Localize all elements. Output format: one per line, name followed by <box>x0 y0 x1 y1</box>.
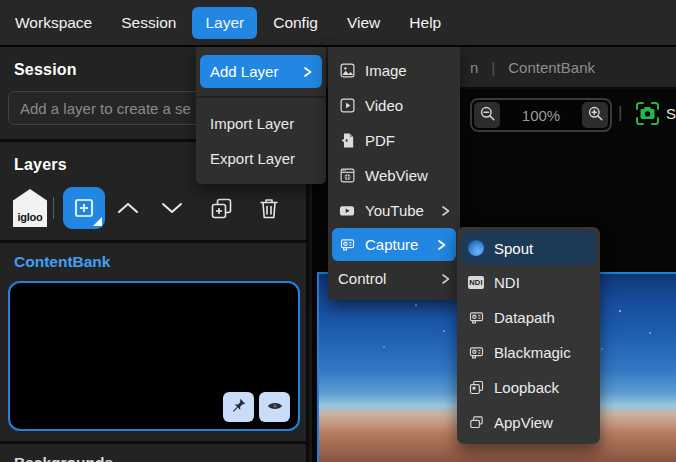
youtube-icon <box>338 202 356 219</box>
menu-bar: Workspace Session Layer Config View Help <box>0 0 676 47</box>
layer-dropdown-menu: Add Layer Import Layer Export Layer <box>196 47 326 184</box>
menu-item-label: Blackmagic <box>494 344 571 361</box>
zoom-out-icon <box>478 104 497 126</box>
menu-session[interactable]: Session <box>108 7 189 39</box>
tab-separator: | <box>491 59 495 76</box>
image-icon <box>338 62 356 79</box>
menu-item-label: Spout <box>494 240 533 257</box>
menu-item-label: Video <box>365 97 403 114</box>
chevron-right-icon <box>438 204 452 218</box>
contentbank-preview[interactable] <box>8 281 300 431</box>
zoom-control: 100% <box>470 98 612 132</box>
zoom-level: 100% <box>502 107 580 124</box>
webview-icon <box>338 167 356 184</box>
ndi-badge-icon: NDI <box>467 276 485 289</box>
layers-toolbar: igloo <box>13 184 306 232</box>
menu-item-image[interactable]: Image <box>328 53 460 88</box>
menu-item-control[interactable]: Control <box>328 261 460 296</box>
menu-item-video[interactable]: Video <box>328 88 460 123</box>
appview-icon <box>467 414 485 431</box>
menu-item-loopback[interactable]: Loopback <box>457 370 600 405</box>
menu-item-label: PDF <box>365 132 395 149</box>
screenshot-label: S <box>666 105 676 122</box>
chevron-right-icon <box>434 238 448 252</box>
screenshot-camera-icon[interactable] <box>634 100 661 127</box>
add-layer-submenu: Image Video PDF <box>328 47 460 300</box>
toolbar-separator: | <box>618 103 622 123</box>
menu-item-label: Add Layer <box>210 63 278 80</box>
menu-item-label: YouTube <box>365 202 424 219</box>
star <box>415 304 417 306</box>
move-layer-up-button[interactable] <box>115 197 141 219</box>
menu-item-spout[interactable]: Spout <box>461 231 596 265</box>
toolbar-separator <box>53 197 54 219</box>
add-layer-button[interactable] <box>63 187 105 229</box>
chevron-right-icon <box>438 272 452 286</box>
capture-card-icon <box>467 309 485 326</box>
video-icon <box>338 97 356 114</box>
menu-separator <box>196 96 326 98</box>
capture-card-icon <box>338 236 356 253</box>
zoom-in-icon <box>586 104 605 126</box>
move-layer-down-button[interactable] <box>159 197 185 219</box>
plus-icon <box>72 196 96 220</box>
backgrounds-heading: Backgrounds <box>14 454 306 462</box>
eye-icon <box>266 397 284 418</box>
menu-item-import-layer[interactable]: Import Layer <box>196 106 326 141</box>
menu-help[interactable]: Help <box>396 7 454 39</box>
igloo-logo-text: igloo <box>18 211 43 223</box>
menu-item-webview[interactable]: WebView <box>328 158 460 193</box>
menu-item-add-layer[interactable]: Add Layer <box>200 55 322 88</box>
pdf-icon <box>338 132 356 149</box>
menu-item-label: WebView <box>365 167 428 184</box>
menu-item-label: AppView <box>494 414 553 431</box>
visibility-button[interactable] <box>259 392 290 422</box>
chevron-right-icon <box>300 65 314 79</box>
menu-item-ndi[interactable]: NDI NDI <box>457 265 600 300</box>
divider <box>0 441 306 444</box>
star <box>619 310 621 312</box>
menu-config[interactable]: Config <box>260 7 331 39</box>
menu-workspace[interactable]: Workspace <box>2 7 105 39</box>
menu-item-appview[interactable]: AppView <box>457 405 600 440</box>
capture-submenu: Spout NDI NDI Datapath <box>457 227 600 444</box>
preview-actions <box>223 392 290 422</box>
menu-item-datapath[interactable]: Datapath <box>457 300 600 335</box>
spout-icon <box>467 240 485 256</box>
menu-item-label: Loopback <box>494 379 559 396</box>
pin-button[interactable] <box>223 392 254 422</box>
duplicate-layer-button[interactable] <box>209 196 234 221</box>
zoom-in-button[interactable] <box>582 102 608 128</box>
capture-card-icon <box>467 344 485 361</box>
delete-layer-button[interactable] <box>257 196 281 221</box>
tab-contentbank[interactable]: ContentBank <box>508 59 595 76</box>
menu-item-label: Control <box>338 270 386 287</box>
star <box>601 348 603 350</box>
divider <box>0 240 306 243</box>
menu-item-label: NDI <box>494 274 520 291</box>
menu-item-label: Image <box>365 62 407 79</box>
menu-item-label: Datapath <box>494 309 555 326</box>
menu-item-export-layer[interactable]: Export Layer <box>196 141 326 176</box>
menu-item-youtube[interactable]: YouTube <box>328 193 460 228</box>
menu-view[interactable]: View <box>334 7 393 39</box>
tab-partial-label[interactable]: n <box>470 59 478 76</box>
loopback-icon <box>467 379 485 396</box>
menu-item-blackmagic[interactable]: Blackmagic <box>457 335 600 370</box>
star <box>383 346 385 348</box>
star <box>649 332 651 334</box>
pin-icon <box>230 397 247 417</box>
menu-item-pdf[interactable]: PDF <box>328 123 460 158</box>
menu-layer[interactable]: Layer <box>192 7 257 39</box>
star <box>443 330 445 332</box>
igloo-logo: igloo <box>13 189 47 227</box>
menu-item-capture[interactable]: Capture <box>332 228 456 261</box>
zoom-out-button[interactable] <box>474 102 500 128</box>
app-window: Workspace Session Layer Config View Help… <box>0 0 676 462</box>
menu-item-label: Capture <box>365 236 418 253</box>
contentbank-heading: ContentBank <box>14 253 306 271</box>
